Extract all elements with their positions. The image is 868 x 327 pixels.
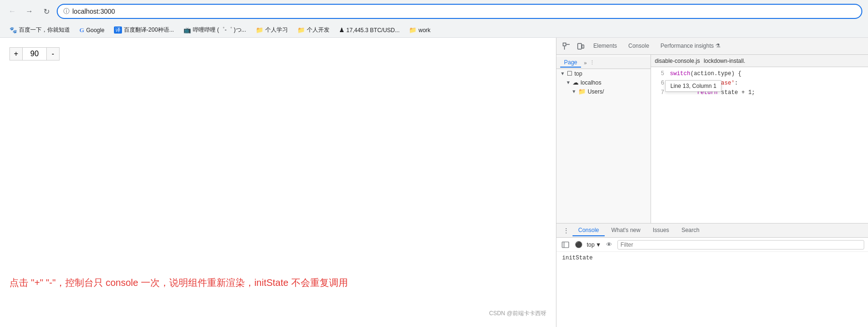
file-tab-disable-console[interactable]: disable-console.js (655, 58, 700, 64)
tab-console[interactable]: Console (624, 41, 654, 52)
lock-icon: ⓘ (63, 7, 69, 16)
tree-label: top (574, 70, 582, 77)
tab-console-bottom[interactable]: Console (573, 225, 605, 236)
arrow-icon: ▼ (572, 89, 576, 94)
svg-rect-4 (582, 45, 584, 48)
bookmark-label: 个人开发 (307, 26, 330, 34)
inspect-icon-btn[interactable] (560, 40, 573, 52)
bookmark-google[interactable]: G Google (76, 26, 108, 35)
bookmark-label: Google (86, 27, 104, 34)
tab-performance[interactable]: Performance insights ⚗ (656, 41, 725, 52)
context-dropdown[interactable]: top ▼ (587, 241, 601, 248)
counter-section: + 90 - (9, 47, 547, 60)
bookmark-work[interactable]: 📁 work (405, 26, 434, 34)
csdn-credit: CSDN @前端卡卡西呀 (489, 310, 547, 318)
folder-icon: 📁 (578, 88, 586, 95)
address-bar[interactable]: ⓘ localhost:3000 (57, 4, 862, 19)
tree-item-top[interactable]: ▼ ☐ top (556, 69, 651, 78)
arrow-icon: ▼ (566, 80, 571, 85)
bookmark-personal-study[interactable]: 📁 个人学习 (252, 25, 292, 35)
decrement-button[interactable]: - (46, 47, 60, 60)
tree-item-users[interactable]: ▼ 📁 Users/ (556, 87, 651, 96)
filter-input[interactable] (617, 240, 864, 250)
bookmark-label: 17,445.3 BTC/USD... (347, 27, 400, 34)
description-text: 点击 "+" "-"，控制台只 console 一次，说明组件重新渲染，init… (9, 276, 348, 289)
folder-icon: 📁 (297, 26, 305, 34)
console-menu-button[interactable]: ⋮ (560, 225, 572, 236)
bookmark-btc[interactable]: ♟ 17,445.3 BTC/USD... (335, 26, 404, 34)
folder-icon: 📁 (409, 26, 417, 34)
bookmark-baidu[interactable]: 🐾 百度一下，你就知道 (6, 25, 74, 35)
cloud-icon: ☁ (573, 79, 579, 86)
increment-button[interactable]: + (9, 47, 23, 60)
back-button[interactable]: ← (6, 5, 19, 18)
console-toolbar: ⚫ top ▼ 👁 (556, 238, 868, 252)
line-column-tooltip: Line 13, Column 1 (665, 80, 721, 92)
tree-label: localhos (581, 79, 601, 86)
tab-elements[interactable]: Elements (589, 41, 622, 52)
frame-icon: ☐ (567, 70, 573, 77)
devtools-toolbar: Elements Console Performance insights ⚗ (556, 38, 868, 55)
line-number: 5 (651, 69, 670, 78)
chevron-down-icon: ▼ (596, 241, 601, 248)
main-container: + 90 - 点击 "+" "-"，控制台只 console 一次，说明组件重新… (0, 38, 868, 327)
google-icon: G (79, 26, 84, 34)
bookmark-label: 百度一下，你就知道 (19, 26, 70, 34)
more-tabs[interactable]: » (584, 60, 587, 66)
code-panel: disable-console.js lockdown-install. 5 s… (651, 55, 868, 223)
bilibili-icon: 📺 (183, 26, 191, 34)
file-tree: Page » ⋮ ▼ ☐ top ▼ ☁ localhos ▼ 📁 (556, 55, 651, 223)
bookmark-label: 个人学习 (265, 26, 288, 34)
bookmark-translate[interactable]: 译 百度翻译-200种语... (110, 25, 178, 35)
menu-btn[interactable]: ⋮ (590, 60, 595, 66)
bookmark-personal-dev[interactable]: 📁 个人开发 (294, 25, 333, 35)
console-log-entry: initState (562, 255, 862, 261)
devtools-panel: Elements Console Performance insights ⚗ … (556, 38, 868, 327)
page-tab[interactable]: Page (560, 58, 581, 68)
svg-rect-5 (562, 242, 569, 248)
file-tab-lockdown[interactable]: lockdown-install. (703, 58, 745, 64)
console-tabs: ⋮ Console What's new Issues Search (556, 224, 868, 238)
bookmark-label: 哔哩哔哩 (゜-゜ )つ... (193, 26, 246, 34)
counter-display: 90 (23, 47, 46, 60)
svg-rect-3 (578, 43, 582, 49)
code-text: switch(action.type) { (670, 69, 741, 78)
page-content: + 90 - 点击 "+" "-"，控制台只 console 一次，说明组件重新… (0, 38, 556, 327)
file-tree-header: Page » ⋮ (556, 57, 651, 69)
tab-search[interactable]: Search (676, 225, 705, 236)
arrow-icon: ▼ (560, 71, 565, 76)
url-text: localhost:3000 (72, 8, 115, 15)
bookmark-bilibili[interactable]: 📺 哔哩哔哩 (゜-゜ )つ... (180, 25, 250, 35)
console-section: ⋮ Console What's new Issues Search (556, 223, 868, 327)
tab-whats-new[interactable]: What's new (606, 225, 646, 236)
browser-chrome: ← → ↻ ⓘ localhost:3000 🐾 百度一下，你就知道 G Goo… (0, 0, 868, 38)
clear-console-btn[interactable]: ⚫ (573, 240, 584, 250)
folder-icon: 📁 (256, 26, 263, 34)
translate-icon: 译 (114, 26, 122, 34)
code-line-5: 5 switch(action.type) { (651, 69, 868, 78)
sidebar-toggle-btn[interactable] (560, 240, 571, 250)
baidu-icon: 🐾 (9, 26, 17, 34)
sources-section: Page » ⋮ ▼ ☐ top ▼ ☁ localhos ▼ 📁 (556, 55, 868, 223)
tab-issues[interactable]: Issues (647, 225, 675, 236)
console-output: initState (556, 252, 868, 327)
btc-icon: ♟ (339, 26, 345, 34)
bookmarks-bar: 🐾 百度一下，你就知道 G Google 译 百度翻译-200种语... 📺 哔… (0, 23, 868, 38)
device-toggle-btn[interactable] (574, 40, 587, 52)
bookmark-label: work (418, 27, 430, 34)
tree-item-localhost[interactable]: ▼ ☁ localhos (556, 78, 651, 87)
svg-rect-0 (563, 43, 566, 46)
forward-button[interactable]: → (23, 5, 36, 18)
bookmark-label: 百度翻译-200种语... (124, 26, 174, 34)
reload-button[interactable]: ↻ (40, 5, 53, 18)
eye-icon-btn[interactable]: 👁 (604, 240, 615, 250)
nav-bar: ← → ↻ ⓘ localhost:3000 (0, 0, 868, 23)
tree-label: Users/ (588, 88, 604, 95)
